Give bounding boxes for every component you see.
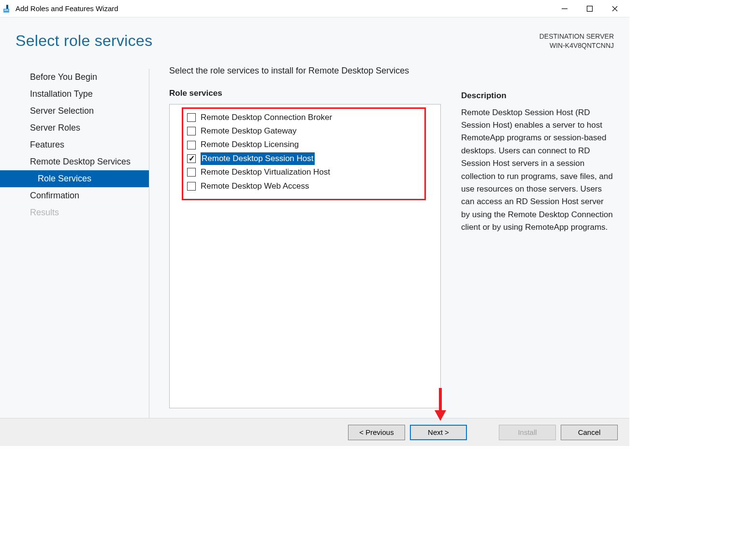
minimize-button[interactable] <box>552 0 577 17</box>
svg-rect-2 <box>4 10 8 11</box>
role-item-gateway[interactable]: Remote Desktop Gateway <box>186 124 422 138</box>
header: Select role services DESTINATION SERVER … <box>0 17 629 55</box>
destination-server: WIN-K4V8QNTCNNJ <box>539 41 614 50</box>
description-text: Remote Desktop Session Host (RD Session … <box>461 106 614 234</box>
role-label: Remote Desktop Web Access <box>201 180 309 193</box>
description-column: Description Remote Desktop Session Host … <box>461 66 614 408</box>
sidebar-item-server-roles[interactable]: Server Roles <box>0 119 149 136</box>
content: Before You Begin Installation Type Serve… <box>0 55 629 418</box>
server-manager-icon <box>3 4 13 14</box>
sidebar-item-role-services[interactable]: Role Services <box>0 170 149 187</box>
annotation-highlight: Remote Desktop Connection Broker Remote … <box>182 107 426 200</box>
role-label: Remote Desktop Gateway <box>201 125 296 137</box>
checkbox[interactable] <box>187 141 196 149</box>
sidebar-item-server-selection[interactable]: Server Selection <box>0 103 149 119</box>
sidebar-item-confirmation[interactable]: Confirmation <box>0 187 149 204</box>
sidebar-item-before-you-begin[interactable]: Before You Begin <box>0 69 149 86</box>
page-title: Select role services <box>15 32 152 50</box>
checkbox-checked[interactable] <box>187 154 196 163</box>
cancel-button[interactable]: Cancel <box>561 425 618 440</box>
svg-rect-4 <box>587 6 593 11</box>
window-controls <box>552 0 627 17</box>
checkbox[interactable] <box>187 168 196 177</box>
install-button: Install <box>499 425 556 440</box>
role-services-column: Select the role services to install for … <box>169 66 441 408</box>
destination-label: DESTINATION SERVER <box>539 32 614 41</box>
checkbox[interactable] <box>187 182 196 191</box>
main-panel: Select the role services to install for … <box>150 55 629 418</box>
role-label: Remote Desktop Licensing <box>201 138 299 151</box>
destination-info: DESTINATION SERVER WIN-K4V8QNTCNNJ <box>539 32 614 50</box>
role-item-session-host[interactable]: Remote Desktop Session Host <box>186 152 422 165</box>
svg-rect-0 <box>3 9 9 13</box>
role-item-connection-broker[interactable]: Remote Desktop Connection Broker <box>186 111 422 124</box>
checkbox[interactable] <box>187 113 196 122</box>
role-label: Remote Desktop Virtualization Host <box>201 166 330 179</box>
titlebar: Add Roles and Features Wizard <box>0 0 629 17</box>
description-heading: Description <box>461 91 614 101</box>
checkbox[interactable] <box>187 127 196 135</box>
footer: < Previous Next > Install Cancel <box>0 418 629 446</box>
sidebar-item-remote-desktop-services[interactable]: Remote Desktop Services <box>0 153 149 170</box>
prompt-text: Select the role services to install for … <box>169 66 441 76</box>
sidebar-item-features[interactable]: Features <box>0 136 149 153</box>
role-label: Remote Desktop Session Host <box>201 152 315 165</box>
previous-button[interactable]: < Previous <box>348 425 405 440</box>
window-title: Add Roles and Features Wizard <box>15 4 118 13</box>
svg-rect-1 <box>6 5 8 9</box>
sidebar: Before You Begin Installation Type Serve… <box>0 55 150 418</box>
next-button[interactable]: Next > <box>410 425 467 440</box>
role-services-heading: Role services <box>169 89 441 98</box>
role-services-list: Remote Desktop Connection Broker Remote … <box>169 104 441 408</box>
close-button[interactable] <box>602 0 627 17</box>
role-item-web-access[interactable]: Remote Desktop Web Access <box>186 179 422 193</box>
role-item-virtualization-host[interactable]: Remote Desktop Virtualization Host <box>186 165 422 179</box>
role-label: Remote Desktop Connection Broker <box>201 111 332 124</box>
role-item-licensing[interactable]: Remote Desktop Licensing <box>186 138 422 151</box>
sidebar-item-installation-type[interactable]: Installation Type <box>0 86 149 103</box>
maximize-button[interactable] <box>577 0 602 17</box>
sidebar-item-results: Results <box>0 204 149 221</box>
